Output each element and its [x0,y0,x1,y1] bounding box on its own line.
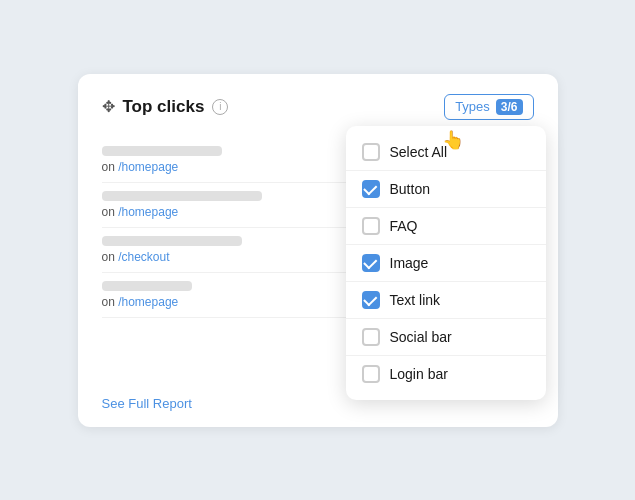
checkbox-social-bar[interactable] [362,328,380,346]
types-badge: 3/6 [496,99,523,115]
dropdown-item-image[interactable]: Image [346,245,546,282]
item-bar [102,146,222,156]
title-group: ✥ Top clicks i [102,97,229,117]
top-clicks-card: ✥ Top clicks i Types 3/6 on /homepage on… [78,74,558,427]
dropdown-label: Button [390,181,430,197]
dropdown-label: Login bar [390,366,448,382]
dropdown-label: Social bar [390,329,452,345]
checkbox-button[interactable] [362,180,380,198]
card-title: Top clicks [123,97,205,117]
checkbox-faq[interactable] [362,217,380,235]
dropdown-label: FAQ [390,218,418,234]
dropdown-item-select-all[interactable]: Select All [346,134,546,171]
dropdown-item-social-bar[interactable]: Social bar [346,319,546,356]
checkbox-login-bar[interactable] [362,365,380,383]
card-header: ✥ Top clicks i Types 3/6 [102,94,534,120]
dropdown-item-login-bar[interactable]: Login bar [346,356,546,392]
item-link-anchor[interactable]: /homepage [118,295,178,309]
dropdown-label: Text link [390,292,441,308]
dropdown-item-button[interactable]: Button [346,171,546,208]
cursor-icon: ✥ [102,97,115,116]
checkbox-text-link[interactable] [362,291,380,309]
item-bar [102,236,242,246]
item-bar [102,191,262,201]
item-link-anchor[interactable]: /homepage [118,160,178,174]
dropdown-item-text-link[interactable]: Text link [346,282,546,319]
item-bar [102,281,192,291]
dropdown-item-faq[interactable]: FAQ [346,208,546,245]
dropdown-label: Image [390,255,429,271]
types-button[interactable]: Types 3/6 [444,94,533,120]
item-link-anchor[interactable]: /homepage [118,205,178,219]
checkbox-select-all[interactable] [362,143,380,161]
checkbox-image[interactable] [362,254,380,272]
item-link-anchor[interactable]: /checkout [118,250,169,264]
dropdown-label: Select All [390,144,448,160]
types-dropdown: Select All Button FAQ Image Text link So… [346,126,546,400]
types-label: Types [455,99,490,114]
info-icon[interactable]: i [212,99,228,115]
